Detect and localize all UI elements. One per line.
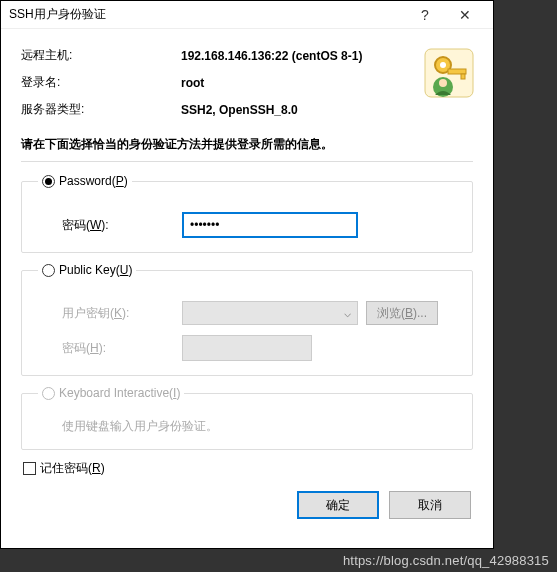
server-type-row: 服务器类型: SSH2, OpenSSH_8.0: [21, 101, 473, 118]
publickey-group: Public Key(U) 用户密钥(K): ⌵ 浏览(B)... 密码(H):: [21, 263, 473, 376]
password-field-row: 密码(W):: [38, 212, 456, 238]
keyboard-radio-legend: Keyboard Interactive(I): [38, 386, 184, 400]
passphrase-input: [182, 335, 312, 361]
login-row: 登录名: root: [21, 74, 473, 91]
password-group: Password(P) 密码(W):: [21, 174, 473, 253]
ssh-key-icon: [423, 47, 475, 99]
userkey-label: 用户密钥(K):: [38, 305, 182, 322]
keyboard-hint: 使用键盘输入用户身份验证。: [38, 418, 456, 435]
keyboard-radio: [42, 387, 55, 400]
publickey-legend-text: Public Key(U): [59, 263, 132, 277]
help-button[interactable]: ?: [405, 1, 445, 29]
help-icon: ?: [421, 7, 429, 23]
userkey-combo: ⌵: [182, 301, 358, 325]
button-row: 确定 取消: [21, 491, 473, 519]
close-button[interactable]: ✕: [445, 1, 485, 29]
server-type-label: 服务器类型:: [21, 101, 181, 118]
password-radio-legend[interactable]: Password(P): [38, 174, 132, 188]
login-label: 登录名:: [21, 74, 181, 91]
dialog-title: SSH用户身份验证: [9, 6, 405, 23]
browse-button: 浏览(B)...: [366, 301, 438, 325]
login-value: root: [181, 76, 204, 90]
passphrase-label: 密码(H):: [38, 340, 182, 357]
remember-password-row[interactable]: 记住密码(R): [23, 460, 471, 477]
password-label: 密码(W):: [38, 217, 182, 234]
remote-host-label: 远程主机:: [21, 47, 181, 64]
ok-button[interactable]: 确定: [297, 491, 379, 519]
svg-rect-3: [448, 69, 466, 74]
remote-host-value: 192.168.146.136:22 (centOS 8-1): [181, 49, 362, 63]
remember-checkbox[interactable]: [23, 462, 36, 475]
chevron-down-icon: ⌵: [344, 306, 351, 320]
userkey-row: 用户密钥(K): ⌵ 浏览(B)...: [38, 301, 456, 325]
keyboard-legend-text: Keyboard Interactive(I): [59, 386, 180, 400]
svg-rect-4: [461, 74, 465, 79]
titlebar: SSH用户身份验证 ? ✕: [1, 1, 493, 29]
passphrase-row: 密码(H):: [38, 335, 456, 361]
svg-point-2: [440, 62, 446, 68]
password-input[interactable]: [182, 212, 358, 238]
close-icon: ✕: [459, 7, 471, 23]
svg-point-6: [439, 79, 447, 87]
remember-label: 记住密码(R): [40, 460, 105, 477]
cancel-button[interactable]: 取消: [389, 491, 471, 519]
dialog-content: 远程主机: 192.168.146.136:22 (centOS 8-1) 登录…: [1, 29, 493, 527]
watermark-text: https://blog.csdn.net/qq_42988315: [343, 553, 549, 568]
publickey-radio-legend[interactable]: Public Key(U): [38, 263, 136, 277]
publickey-radio[interactable]: [42, 264, 55, 277]
remote-host-row: 远程主机: 192.168.146.136:22 (centOS 8-1): [21, 47, 473, 64]
instruction-text: 请在下面选择恰当的身份验证方法并提供登录所需的信息。: [21, 136, 473, 153]
keyboard-interactive-group: Keyboard Interactive(I) 使用键盘输入用户身份验证。: [21, 386, 473, 450]
password-legend-text: Password(P): [59, 174, 128, 188]
divider: [21, 161, 473, 162]
ssh-auth-dialog: SSH用户身份验证 ? ✕ 远程主机: 192.168.146.136:22 (…: [0, 0, 494, 549]
password-radio[interactable]: [42, 175, 55, 188]
server-type-value: SSH2, OpenSSH_8.0: [181, 103, 298, 117]
